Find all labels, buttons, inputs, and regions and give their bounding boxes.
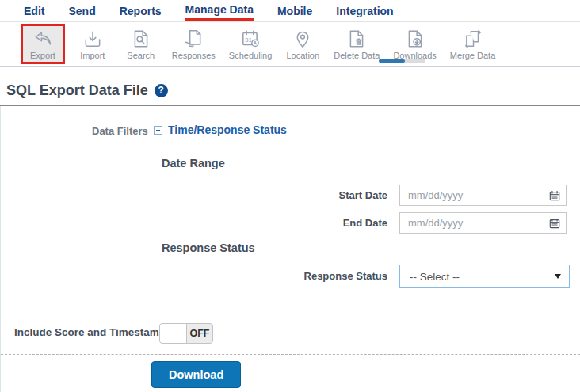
sql-export-form: Data Filters Time/Response Status Date R… [0, 106, 580, 392]
response-status-select[interactable]: -- Select -- [399, 265, 570, 288]
export-arrow-icon [32, 29, 53, 49]
toolbar-item-label: Import [80, 51, 105, 60]
toggle-knob[interactable] [160, 324, 187, 343]
toolbar-export-button[interactable]: Export [21, 24, 65, 64]
toggle-state-text: OFF [187, 324, 212, 343]
end-date-input[interactable] [400, 213, 566, 233]
document-download-icon [405, 29, 425, 49]
end-date-label: End Date [310, 212, 387, 234]
map-pin-icon [292, 29, 313, 49]
manage-data-toolbar: Export Import Search Responses [0, 22, 580, 67]
menu-item-reports[interactable]: Reports [120, 3, 162, 19]
score-timestamp-toggle[interactable]: OFF [159, 323, 213, 344]
toolbar-item-label: Delete Data [334, 51, 380, 60]
document-trash-icon [346, 29, 367, 49]
calendar-icon[interactable] [549, 218, 560, 232]
toolbar-item-label: Downloads [393, 51, 436, 60]
dropdown-caret-icon [555, 274, 561, 279]
svg-text:31: 31 [245, 36, 253, 43]
document-hand-icon [183, 29, 204, 49]
start-date-field [399, 185, 567, 206]
toolbar-merge-data-button[interactable]: Merge Data [447, 26, 498, 63]
score-toggle-label: Include Score and Timestamp [14, 326, 166, 338]
section-dashed-divider [1, 354, 580, 355]
start-date-label: Start Date [310, 185, 387, 206]
toolbar-delete-data-button[interactable]: Delete Data [330, 26, 383, 63]
menu-item-edit[interactable]: Edit [24, 3, 44, 19]
filter-group-toggle[interactable]: Time/Response Status [154, 124, 287, 136]
merge-documents-icon [463, 29, 483, 49]
date-range-heading: Date Range [162, 157, 225, 169]
menu-item-mobile[interactable]: Mobile [277, 3, 312, 19]
calendar-clock-icon: 31 [240, 29, 261, 49]
toolbar-import-button[interactable]: Import [72, 26, 113, 63]
toolbar-downloads-button[interactable]: Downloads [390, 26, 439, 63]
toolbar-item-label: Scheduling [229, 51, 272, 60]
toolbar-responses-button[interactable]: Responses [169, 26, 219, 63]
data-filters-label: Data Filters [92, 125, 148, 137]
toolbar-search-button[interactable]: Search [120, 26, 162, 63]
response-status-heading: Response Status [162, 242, 255, 254]
start-date-input[interactable] [400, 185, 566, 205]
toolbar-scheduling-button[interactable]: 31 Scheduling [226, 26, 275, 63]
help-icon[interactable]: ? [155, 84, 168, 97]
toolbar-location-button[interactable]: Location [282, 26, 323, 63]
menu-item-send[interactable]: Send [68, 3, 95, 19]
menu-item-integration[interactable]: Integration [336, 3, 393, 19]
title-bar: SQL Export Data File ? [0, 67, 580, 105]
toolbar-item-label: Responses [172, 51, 216, 60]
toolbar-item-label: Location [286, 51, 319, 60]
download-button[interactable]: Download [151, 361, 241, 388]
toolbar-scroll-indicator[interactable] [379, 59, 425, 63]
toolbar-item-label: Search [127, 51, 155, 60]
calendar-icon[interactable] [549, 190, 560, 204]
top-menu-bar: Edit Send Reports Manage Data Mobile Int… [0, 0, 580, 22]
import-tray-icon [82, 29, 103, 49]
filter-group-label[interactable]: Time/Response Status [168, 124, 287, 136]
document-search-icon [131, 29, 151, 49]
page-title: SQL Export Data File [6, 82, 148, 99]
menu-item-manage-data[interactable]: Manage Data [185, 2, 254, 21]
toolbar-item-label: Merge Data [450, 51, 495, 60]
response-status-label: Response Status [294, 265, 387, 288]
toolbar-item-label: Export [30, 51, 55, 60]
end-date-field [399, 212, 567, 234]
collapse-minus-icon[interactable] [154, 126, 162, 135]
selected-option: -- Select -- [410, 271, 555, 283]
toolbar-scroll-thumb[interactable] [379, 59, 405, 63]
